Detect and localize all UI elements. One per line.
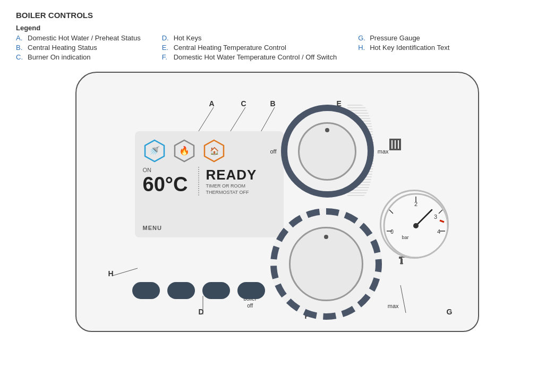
legend-title: Legend [16, 24, 538, 32]
diagram-container: A C B E H D F G [16, 72, 538, 332]
svg-point-21 [400, 263, 403, 265]
svg-rect-16 [396, 139, 398, 150]
svg-rect-20 [400, 259, 403, 263]
hot-key-1[interactable] [132, 282, 160, 299]
legend-section: Legend A. Domestic Hot Water / Preheat S… [16, 24, 538, 61]
hot-keys [132, 282, 265, 299]
ch-knob-inner [298, 122, 356, 181]
svg-rect-17 [399, 139, 401, 150]
svg-text:3: 3 [433, 214, 437, 220]
legend-item-B: B. Central Heating Status [16, 44, 141, 52]
page-title: BOILER CONTROLS [16, 11, 538, 20]
radiator-symbol-icon [388, 137, 403, 155]
label-G: G [447, 308, 453, 316]
pressure-gauge: 2 3 4 0 bar [380, 190, 449, 259]
legend-item-G: G. Pressure Gauge [358, 34, 449, 42]
legend-item-D: D. Hot Keys [162, 34, 337, 42]
temp-value: 60°C [143, 174, 188, 194]
ch-knob-dot [325, 128, 329, 132]
menu-label: MENU [143, 225, 162, 231]
svg-text:🏠: 🏠 [209, 147, 219, 156]
dhw-knob-inner [289, 227, 363, 301]
label-A: A [209, 99, 215, 108]
ready-section: READY TIMER OR ROOM THERMOSTAT OFF [198, 167, 257, 195]
ch-knob-outer [281, 105, 374, 198]
ch-knob-label-max: max [378, 148, 389, 155]
svg-text:🚿: 🚿 [149, 146, 160, 156]
ready-text: READY [206, 167, 257, 183]
dhw-knob-outer [270, 208, 382, 320]
boiler-body: A C B E H D F G [75, 72, 479, 332]
ch-status-icon: 🏠 [202, 139, 226, 163]
sub-text-2: THERMOSTAT OFF [206, 190, 257, 196]
hot-key-2[interactable] [167, 282, 195, 299]
svg-text:🔥: 🔥 [179, 146, 190, 156]
dhw-knob[interactable]: boileroff max [270, 208, 382, 320]
dhw-knob-dot [324, 235, 328, 239]
ch-knob[interactable]: off max [281, 105, 374, 198]
svg-text:2: 2 [414, 201, 417, 207]
legend-item-H: H. Hot Key Identification Text [358, 44, 449, 52]
legend-col-1: A. Domestic Hot Water / Preheat Status B… [16, 34, 141, 61]
legend-col-3: G. Pressure Gauge H. Hot Key Identificat… [358, 34, 449, 61]
dhw-icon: 🚿 [143, 139, 166, 163]
sub-text-1: TIMER OR ROOM [206, 183, 257, 190]
legend-col-2: D. Hot Keys E. Central Heating Temperatu… [162, 34, 337, 61]
svg-rect-15 [393, 139, 395, 150]
on-label: ON [143, 167, 188, 173]
svg-line-4 [113, 268, 138, 276]
burner-icon: 🔥 [173, 139, 196, 163]
svg-text:0: 0 [390, 229, 394, 235]
svg-rect-18 [389, 139, 401, 140]
temp-display: ON 60°C READY TIMER OR ROOM THERMOSTAT O… [143, 167, 276, 195]
svg-rect-14 [389, 139, 391, 150]
svg-point-34 [413, 223, 419, 228]
ch-knob-label-off: off [270, 148, 277, 155]
legend-item-A: A. Domestic Hot Water / Preheat Status [16, 34, 141, 42]
hot-key-4[interactable] [237, 282, 265, 299]
legend-item-E: E. Central Heating Temperature Control [162, 44, 337, 52]
legend-item-C: C. Burner On indication [16, 53, 141, 61]
label-C: C [241, 99, 246, 108]
svg-line-7 [400, 285, 406, 313]
hot-key-3[interactable] [202, 282, 230, 299]
icons-row: 🚿 🔥 🏠 [143, 139, 276, 163]
svg-text:4: 4 [437, 228, 440, 235]
gauge-face: 2 3 4 0 bar [380, 190, 449, 259]
label-B: B [270, 99, 276, 108]
temp-left: ON 60°C [143, 167, 188, 194]
svg-text:bar: bar [402, 235, 408, 240]
label-H: H [108, 269, 114, 278]
svg-rect-19 [389, 149, 401, 150]
display-panel: 🚿 🔥 🏠 [135, 131, 284, 237]
label-D: D [199, 308, 204, 316]
legend-item-F: F. Domestic Hot Water Temperature Contro… [162, 53, 337, 61]
dhw-knob-label-max: max [388, 303, 399, 309]
